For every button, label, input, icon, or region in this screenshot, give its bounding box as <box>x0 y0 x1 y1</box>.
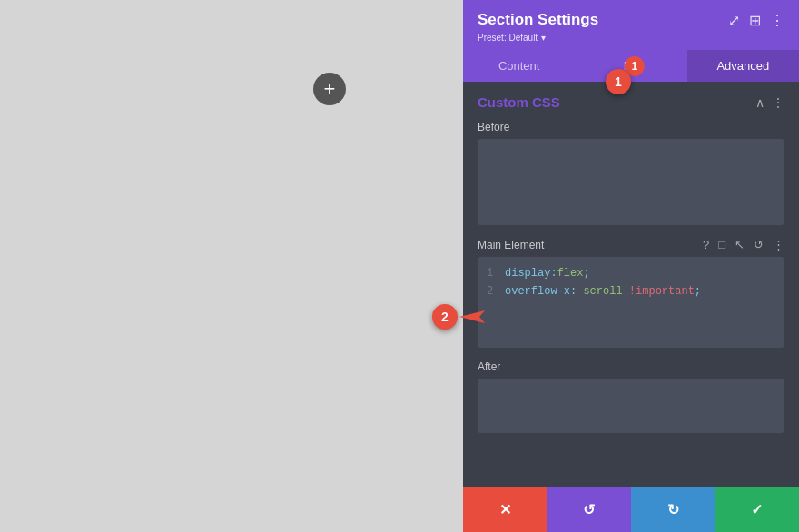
before-css-editor[interactable] <box>478 139 784 225</box>
annotation-badge-2: 2 <box>432 304 458 330</box>
preset-arrow-icon: ▾ <box>541 33 546 43</box>
collapse-icon[interactable]: ∧ <box>755 95 764 110</box>
code-text-1: display:flex; <box>505 264 590 282</box>
expand-icon[interactable]: ⤢ <box>728 12 740 29</box>
tab-advanced-label: Advanced <box>716 59 769 73</box>
main-element-label: Main Element <box>478 239 544 251</box>
options-icon[interactable]: ⋮ <box>773 238 784 251</box>
after-css-editor[interactable] <box>478 379 784 433</box>
panel-title: Section Settings <box>478 11 598 29</box>
reset-icon[interactable]: ↺ <box>754 238 764 251</box>
svg-marker-0 <box>459 310 485 323</box>
panel-header: Section Settings ⤢ ⊞ ⋮ Preset: Default ▾ <box>463 0 799 50</box>
after-label: After <box>478 360 784 373</box>
columns-icon[interactable]: ⊞ <box>749 12 761 29</box>
custom-css-section-header: Custom CSS ∧ ⋮ <box>478 94 784 110</box>
code-line-1: 1 display:flex; <box>487 264 775 282</box>
code-line-2: 2 overflow-x: scroll !important; <box>487 282 775 300</box>
device-icon[interactable]: □ <box>718 238 725 251</box>
code-text-2: overflow-x: scroll !important; <box>505 282 701 300</box>
tabs-bar: Content De 1 Advanced <box>463 50 799 82</box>
line-num-2: 2 <box>487 282 496 300</box>
annotation-badge-2-group: 2 <box>432 304 487 330</box>
section-more-icon[interactable]: ⋮ <box>772 95 784 110</box>
annotation-badge-1: 1 <box>606 69 631 94</box>
custom-css-title: Custom CSS <box>478 94 560 110</box>
tab-advanced[interactable]: Advanced <box>687 50 799 82</box>
reset-button[interactable]: ↺ <box>547 487 632 532</box>
preset-label[interactable]: Preset: Default ▾ <box>478 33 784 43</box>
main-element-code-editor[interactable]: 1 display:flex; 2 overflow-x: scroll !im… <box>478 257 784 348</box>
redo-icon: ↻ <box>667 501 679 518</box>
before-label: Before <box>478 121 784 133</box>
more-icon[interactable]: ⋮ <box>770 12 784 29</box>
badge-2-arrow <box>459 310 487 323</box>
save-button[interactable]: ✓ <box>715 487 800 532</box>
redo-button[interactable]: ↻ <box>631 487 715 532</box>
panel-header-icons: ⤢ ⊞ ⋮ <box>728 12 784 29</box>
cancel-icon: ✕ <box>499 501 511 518</box>
tab-content-label: Content <box>498 59 540 73</box>
tab-content[interactable]: Content <box>463 50 575 82</box>
cancel-button[interactable]: ✕ <box>463 487 547 532</box>
tab-design[interactable]: De 1 <box>575 50 686 82</box>
help-icon[interactable]: ? <box>703 238 709 251</box>
canvas-area: + <box>0 0 463 532</box>
main-element-bar: Main Element ? □ ↖ ↺ ⋮ <box>478 238 784 251</box>
settings-panel: Section Settings ⤢ ⊞ ⋮ Preset: Default ▾… <box>463 0 799 532</box>
reset-icon: ↺ <box>583 501 595 518</box>
cursor-icon[interactable]: ↖ <box>735 238 745 251</box>
line-num-1: 1 <box>487 264 496 282</box>
save-icon: ✓ <box>751 501 763 518</box>
main-element-icon-group: ? □ ↖ ↺ ⋮ <box>703 238 784 251</box>
panel-body: Custom CSS ∧ ⋮ Before Main Element ? □ ↖… <box>463 82 799 487</box>
add-element-button[interactable]: + <box>313 73 346 105</box>
panel-header-top: Section Settings ⤢ ⊞ ⋮ <box>478 11 784 29</box>
panel-footer: ✕ ↺ ↻ ✓ <box>463 487 799 532</box>
section-controls: ∧ ⋮ <box>755 95 784 110</box>
plus-icon: + <box>324 79 336 99</box>
